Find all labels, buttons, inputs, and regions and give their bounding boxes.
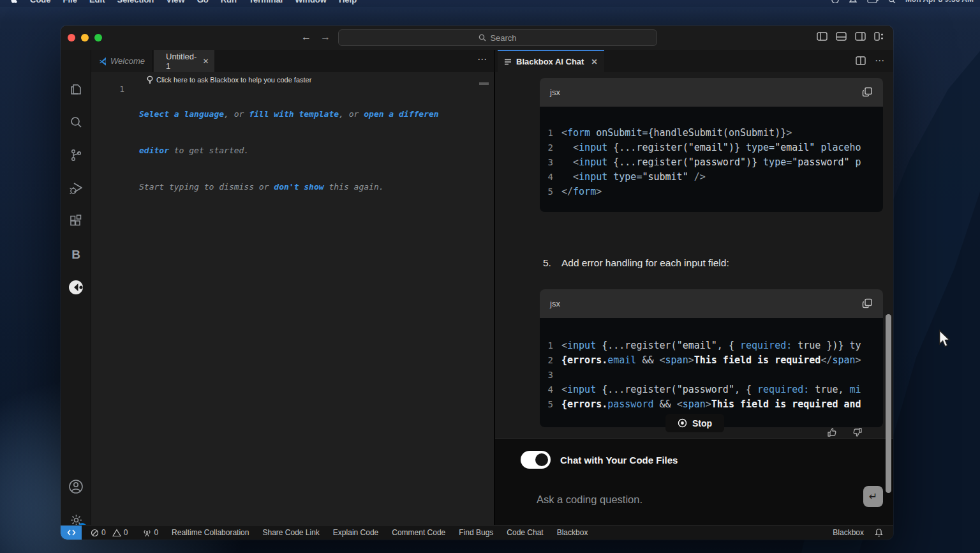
send-button[interactable]: ↵ [863,486,883,507]
toggle-secondary-sidebar-icon[interactable] [855,32,866,41]
tray-icon-2[interactable] [849,0,858,3]
navigate-forward-button[interactable]: → [318,31,332,43]
status-item[interactable]: Explain Code [333,528,378,537]
thumbs-up-icon[interactable] [827,427,837,437]
chat-tab-label: Blackbox AI Chat [516,57,584,66]
code-block-2-body[interactable]: 1<input {...register("email", { required… [540,318,883,427]
notifications-bell-icon[interactable] [875,528,883,537]
copy-code-icon[interactable] [862,298,873,309]
problems-indicator[interactable]: 0 0 [91,528,128,537]
code-line: 4<input {...register("password", { requi… [540,382,883,397]
code-line: 2 <input {...register("email")} type="em… [540,140,883,155]
split-editor-icon[interactable] [856,56,866,65]
code-line: 1<form onSubmit={handleSubmit(onSubmit)}… [540,125,883,140]
blackbox-hint[interactable]: Click here to ask Blackbox to help you c… [147,75,311,84]
tab-welcome-label: Welcome [110,56,145,66]
editor-placeholder: Select a language, or fill with template… [139,84,439,217]
thumbs-down-icon[interactable] [852,427,863,437]
run-debug-icon[interactable] [61,173,91,204]
code-line: 1<input {...register("email", { required… [540,338,883,352]
code-block-1-header: jsx [540,78,883,107]
copy-code-icon[interactable] [862,87,873,98]
source-control-icon[interactable] [61,140,91,170]
menu-item[interactable]: File [63,0,77,4]
tray-icon-1[interactable] [831,0,840,3]
code-line: 3 <input {...register("password")} type=… [540,155,883,169]
stop-icon [678,418,687,428]
customize-layout-icon[interactable] [874,32,884,41]
placeholder-line-3[interactable]: Start typing to dismiss or don't show th… [139,181,439,193]
code-line: 2{errors.email && <span>This field is re… [540,352,883,367]
menu-item[interactable]: Window [295,0,327,4]
stop-label: Stop [692,418,712,428]
battery-icon[interactable] [867,0,879,3]
status-item[interactable]: Share Code Link [262,528,319,537]
chat-question-input[interactable]: Ask a coding question. [537,494,642,506]
apple-menu-icon[interactable] [10,0,18,4]
explorer-icon[interactable] [61,74,91,105]
menu-item[interactable]: Code [30,0,51,4]
command-center-search[interactable]: Search [338,29,657,46]
search-label: Search [490,33,516,43]
remote-icon [67,529,76,536]
chat-scrollbar[interactable] [886,314,891,493]
status-item[interactable]: Comment Code [392,528,445,537]
extensions-icon[interactable] [61,206,91,237]
status-item[interactable]: Blackbox [557,528,588,537]
tab-close-icon[interactable]: ✕ [202,57,209,66]
tab-blackbox-ai-chat[interactable]: Blackbox AI Chat ✕ [498,50,604,72]
tab-welcome[interactable]: Welcome [91,50,153,72]
code-line: 5{errors.password && <span>This field is… [540,397,883,411]
spotlight-icon[interactable] [888,0,896,3]
toggle-knob [535,453,548,466]
statusbar-blackbox-label[interactable]: Blackbox [833,528,864,537]
chat-with-files-toggle[interactable] [521,451,551,469]
menu-item[interactable]: Run [221,0,237,4]
account-icon[interactable] [61,471,91,502]
menu-item[interactable]: Edit [89,0,105,4]
warnings-icon [112,529,121,537]
hint-text: Click here to ask Blackbox to help you c… [156,76,311,84]
menu-item[interactable]: Terminal [249,0,283,4]
tab-untitled-label: Untitled-1 [166,52,197,71]
warnings-count: 0 [124,528,128,537]
titlebar[interactable]: ← → Search [61,26,893,50]
placeholder-line-2[interactable]: editor to get started. [139,144,439,156]
menu-item[interactable]: Go [197,0,209,4]
code-block-1-body[interactable]: 1<form onSubmit={handleSubmit(onSubmit)}… [540,107,883,212]
chat-more-actions-icon[interactable]: ⋯ [875,55,886,66]
radio-tower-icon [143,529,151,537]
placeholder-line-1[interactable]: Select a language, or fill with template… [139,108,439,120]
zoom-window-button[interactable] [94,34,102,42]
status-item[interactable]: Find Bugs [459,528,493,537]
editor-pane[interactable]: Click here to ask Blackbox to help you c… [91,72,494,525]
toggle-panel-icon[interactable] [836,32,847,41]
blackbox-logo-icon[interactable] [61,272,91,303]
menu-item[interactable]: Selection [117,0,154,4]
minimap[interactable] [479,82,489,85]
chat-tab-close-icon[interactable]: ✕ [591,57,597,66]
menu-item[interactable]: View [166,0,184,4]
enter-icon: ↵ [869,490,877,503]
editor-more-actions-icon[interactable]: ⋯ [477,54,488,65]
toggle-label: Chat with Your Code Files [560,455,678,466]
toggle-sidebar-icon[interactable] [817,32,828,41]
close-window-button[interactable] [68,34,75,42]
vscode-window: ← → Search [61,26,893,540]
menubar-menus: CodeFileEditSelectionViewGoRunTerminalWi… [30,0,357,4]
tab-untitled[interactable]: Untitled-1 ✕ [154,50,214,72]
minimize-window-button[interactable] [81,34,89,42]
menu-item[interactable]: Help [339,0,357,4]
status-item[interactable]: Realtime Collaboration [172,528,249,537]
ports-indicator[interactable]: 0 [143,528,158,537]
code-block-1: jsx 1<form onSubmit={handleSubmit(onSubm… [540,78,883,212]
activity-bar: B 1 [61,50,91,525]
remote-indicator[interactable] [61,526,82,540]
menubar-clock[interactable]: Mon Apr 8 9:36 AM [905,0,974,4]
blackbox-chat-panel: jsx 1<form onSubmit={handleSubmit(onSubm… [494,72,893,525]
blackbox-b-icon[interactable]: B [61,239,91,270]
status-item[interactable]: Code Chat [507,528,543,537]
stop-button[interactable]: Stop [665,414,724,432]
search-sidebar-icon[interactable] [61,107,91,138]
navigate-back-button[interactable]: ← [299,31,313,43]
